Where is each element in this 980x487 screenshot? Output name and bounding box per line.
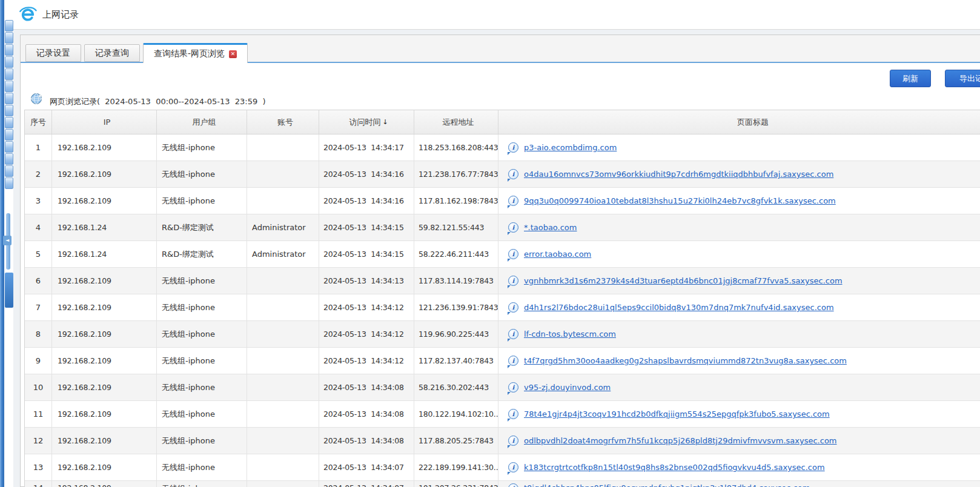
- sidebar-collapsed-item[interactable]: [5, 93, 13, 104]
- cell-ip: 192.168.2.109: [52, 161, 157, 187]
- tab-2[interactable]: 记录查询: [84, 44, 140, 62]
- column-header-1[interactable]: IP: [52, 110, 157, 134]
- info-icon[interactable]: i: [508, 222, 518, 233]
- cell-account: [247, 321, 319, 347]
- sidebar-collapsed-item[interactable]: [5, 153, 13, 165]
- info-icon[interactable]: i: [508, 462, 518, 472]
- sidebar-collapsed-item[interactable]: [5, 129, 13, 141]
- info-icon[interactable]: i: [508, 483, 518, 487]
- sidebar-rail-block: [5, 273, 13, 308]
- info-icon[interactable]: i: [508, 276, 518, 286]
- cell-no: 4: [25, 214, 52, 240]
- page-title-link[interactable]: t4f7qrgd5hm30oo4aadkeg0g2shapslbavrdsmqv…: [524, 356, 847, 365]
- page-title-link[interactable]: v95-zj.douyinvod.com: [524, 383, 611, 392]
- column-header-4[interactable]: 访问时间↓: [319, 110, 414, 134]
- cell-no: 11: [25, 401, 52, 427]
- cell-account: [247, 401, 319, 427]
- info-icon[interactable]: i: [508, 409, 518, 419]
- sidebar-collapsed-item[interactable]: [5, 56, 13, 68]
- info-icon[interactable]: i: [508, 249, 518, 259]
- sidebar-collapse-arrow-icon[interactable]: ◄: [3, 236, 12, 245]
- sidebar-collapsed-item[interactable]: [5, 68, 13, 80]
- cell-remote: 117.83.114.19:7843: [414, 268, 498, 294]
- cell-time: 2024-05-13 14:34:13: [319, 268, 414, 294]
- page-title-link[interactable]: p3-aio.ecombdimg.com: [524, 143, 617, 152]
- cell-title: it4f7qrgd5hm30oo4aadkeg0g2shapslbavrdsmq…: [498, 348, 980, 374]
- cell-account: [247, 348, 319, 374]
- page-title-link[interactable]: error.taobao.com: [524, 250, 591, 259]
- info-icon[interactable]: i: [508, 382, 518, 393]
- column-header-2[interactable]: 用户组: [157, 110, 247, 134]
- cell-group: 无线组-iphone: [157, 454, 247, 480]
- column-header-3[interactable]: 账号: [247, 110, 319, 134]
- page-title-link[interactable]: *.taobao.com: [524, 223, 577, 232]
- cell-ip: 192.168.1.24: [52, 241, 157, 267]
- sidebar-collapsed-item[interactable]: [5, 141, 13, 153]
- column-label: 用户组: [193, 117, 216, 128]
- sidebar-collapsed-item[interactable]: [5, 44, 13, 56]
- tab-1[interactable]: 记录设置: [25, 44, 81, 62]
- globe-icon: [30, 92, 43, 105]
- sidebar-collapsed-items: [5, 20, 13, 190]
- info-icon[interactable]: i: [508, 436, 518, 446]
- cell-ip: 192.168.2.109: [52, 481, 157, 487]
- cell-group: R&D-绑定测试: [157, 241, 247, 267]
- table-body: 1192.168.2.109无线组-iphone2024-05-13 14:34…: [25, 134, 980, 487]
- page-title-link[interactable]: o4dau16omnvcs73omv96orkkiudhit9p7cdrh6mg…: [524, 170, 833, 179]
- column-header-0[interactable]: 序号: [25, 110, 52, 134]
- info-icon[interactable]: i: [508, 169, 518, 179]
- page-title-link[interactable]: 78t4e1gjr4p4jt3coqv191hcd2b0dfkqjiigm554…: [524, 409, 830, 419]
- tab-close-icon[interactable]: ✕: [229, 50, 237, 58]
- page-title-link[interactable]: odlbpvdhl2doat4mogrfvm7h5fu1kcqp5j268pld…: [524, 436, 837, 445]
- cell-ip: 192.168.2.109: [52, 348, 157, 374]
- page-title-link[interactable]: k183tcrgtrtcotfkp8n15tl40st9q8hs8s2bnse0…: [524, 463, 825, 472]
- info-icon[interactable]: i: [508, 329, 518, 339]
- info-icon[interactable]: i: [508, 196, 518, 206]
- page-title-link[interactable]: t0iqdl4cbbsn4hns05lfjqu9oqvmdnfcvbq1njqt…: [524, 483, 810, 487]
- tab-label: 查询结果-网页浏览: [154, 48, 225, 59]
- cell-title: io4dau16omnvcs73omv96orkkiudhit9p7cdrh6m…: [498, 161, 980, 187]
- cell-title: i9qq3u0q0099740ioa10tebdat8l3hshu15u27ki…: [498, 188, 980, 214]
- cell-ip: 192.168.1.24: [52, 214, 157, 240]
- page-title-link[interactable]: d4h1rs2l76bdoc28ui1ql5eps9ccil0bidq8v130…: [524, 303, 834, 312]
- info-icon[interactable]: i: [508, 302, 518, 313]
- sidebar-collapsed-item[interactable]: [5, 165, 13, 177]
- cell-group: 无线组-iphone: [157, 294, 247, 320]
- table-row: 12192.168.2.109无线组-iphone2024-05-13 14:3…: [25, 428, 980, 454]
- column-header-5[interactable]: 远程地址: [414, 110, 498, 134]
- sidebar-collapsed-item[interactable]: [5, 20, 13, 31]
- export-records-button[interactable]: 导出记录: [945, 70, 980, 87]
- cell-remote: 58.216.30.202:443: [414, 374, 498, 400]
- sidebar-collapsed-item[interactable]: [5, 117, 13, 128]
- column-header-6[interactable]: 页面标题: [498, 110, 980, 134]
- table-row: 11192.168.2.109无线组-iphone2024-05-13 14:3…: [25, 401, 980, 428]
- cell-time: 2024-05-13 14:34:08: [319, 374, 414, 400]
- sidebar-collapsed-item[interactable]: [5, 32, 13, 44]
- info-icon[interactable]: i: [508, 142, 518, 153]
- info-icon[interactable]: i: [508, 356, 518, 366]
- sidebar-collapsed-item[interactable]: [5, 177, 13, 189]
- cell-remote: 180.122.194.102:10...: [414, 401, 498, 427]
- tab-3[interactable]: 查询结果-网页浏览✕: [143, 43, 248, 63]
- cell-ip: 192.168.2.109: [52, 134, 157, 161]
- tab-label: 记录查询: [95, 48, 129, 59]
- cell-no: 1: [25, 134, 52, 161]
- cell-title: ip3-aio.ecombdimg.com: [498, 134, 980, 161]
- cell-no: 13: [25, 454, 52, 480]
- cell-no: 9: [25, 348, 52, 374]
- cell-ip: 192.168.2.109: [52, 428, 157, 454]
- cell-no: 5: [25, 241, 52, 267]
- cell-group: 无线组-iphone: [157, 428, 247, 454]
- cell-no: 12: [25, 428, 52, 454]
- cell-group: 无线组-iphone: [157, 161, 247, 187]
- page-title-link[interactable]: vgnhbmrk3d1s6m2379k4s4d3tuar6eptd4b6bnc0…: [524, 276, 843, 285]
- page-title-link[interactable]: 9qq3u0q0099740ioa10tebdat8l3hshu15u27ki0…: [524, 196, 836, 205]
- records-table: 序号IP用户组账号访问时间↓远程地址页面标题 1192.168.2.109无线组…: [24, 110, 980, 487]
- sidebar-collapsed-item[interactable]: [5, 81, 13, 92]
- sidebar-collapsed-item[interactable]: [5, 105, 13, 116]
- cell-title: it0iqdl4cbbsn4hns05lfjqu9oqvmdnfcvbq1njq…: [498, 481, 980, 487]
- cell-ip: 192.168.2.109: [52, 321, 157, 347]
- cell-ip: 192.168.2.109: [52, 401, 157, 427]
- page-title-link[interactable]: lf-cdn-tos.bytescm.com: [524, 330, 616, 339]
- refresh-button[interactable]: 刷新: [890, 70, 931, 87]
